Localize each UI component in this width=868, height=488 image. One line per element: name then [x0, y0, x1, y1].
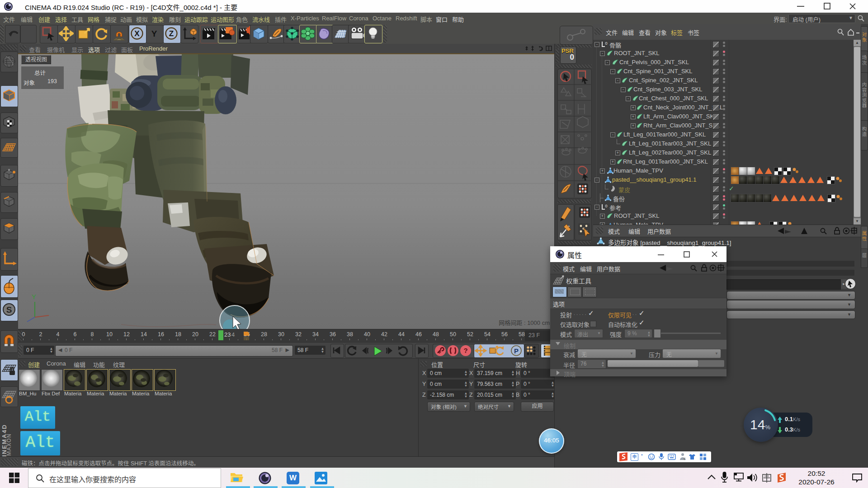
svg-text:S: S — [6, 305, 12, 314]
svg-text:?: ? — [463, 347, 467, 354]
svg-text:0: 0 — [605, 41, 608, 46]
svg-text:P: P — [514, 347, 519, 355]
svg-text:Y: Y — [151, 29, 157, 38]
svg-text:Z: Z — [169, 29, 174, 38]
svg-text:X: X — [134, 29, 140, 38]
svg-text:Y: Y — [32, 293, 36, 300]
svg-text:0: 0 — [605, 204, 608, 208]
